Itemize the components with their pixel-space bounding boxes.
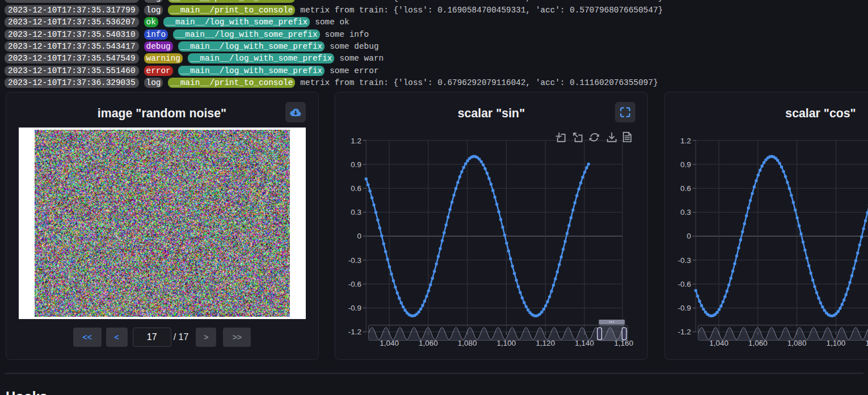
svg-text:-1.2: -1.2 <box>348 328 361 336</box>
svg-text:1.2: 1.2 <box>680 137 691 145</box>
svg-text:-0.6: -0.6 <box>677 280 690 288</box>
svg-text:0.6: 0.6 <box>351 184 361 193</box>
svg-text:0: 0 <box>686 232 691 240</box>
svg-text:0: 0 <box>357 232 361 240</box>
svg-text:1.2: 1.2 <box>351 137 361 145</box>
svg-text:-0.3: -0.3 <box>677 256 690 265</box>
svg-text:-0.9: -0.9 <box>348 304 361 312</box>
svg-text:0.3: 0.3 <box>351 208 361 216</box>
svg-text:0.6: 0.6 <box>680 184 691 193</box>
svg-text:0.9: 0.9 <box>680 160 691 169</box>
svg-text:-0.9: -0.9 <box>677 304 690 312</box>
svg-text:0.3: 0.3 <box>680 208 691 216</box>
svg-text:-0.3: -0.3 <box>348 256 361 265</box>
svg-text:-0.6: -0.6 <box>348 280 361 288</box>
svg-text:-1.2: -1.2 <box>677 328 690 336</box>
svg-text:0.9: 0.9 <box>351 160 361 169</box>
